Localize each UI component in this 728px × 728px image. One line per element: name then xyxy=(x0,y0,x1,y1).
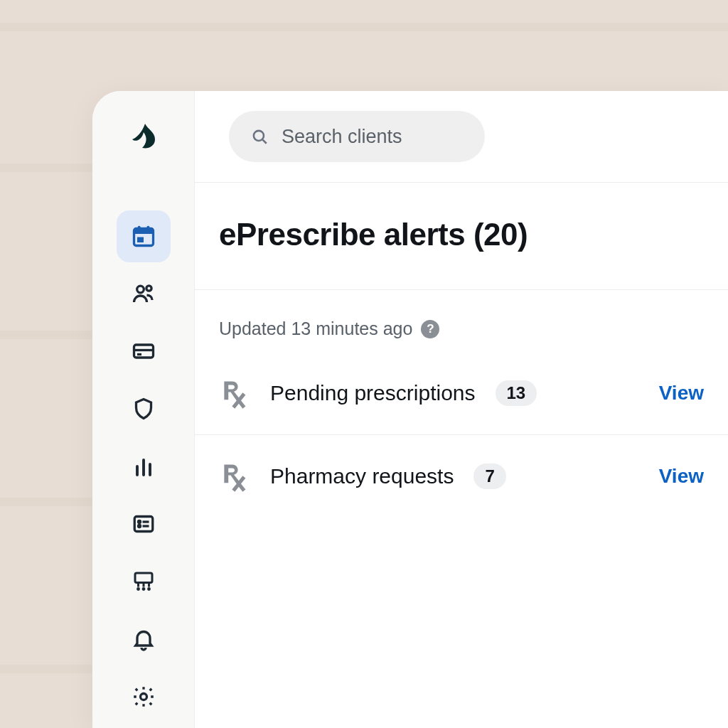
help-icon[interactable]: ? xyxy=(421,320,439,338)
count-badge: 13 xyxy=(496,380,537,406)
svg-rect-3 xyxy=(137,226,140,230)
nav-forms[interactable] xyxy=(117,498,171,550)
bell-icon xyxy=(131,626,156,652)
view-link[interactable]: View xyxy=(659,465,704,488)
rx-icon xyxy=(219,461,250,492)
svg-rect-4 xyxy=(146,226,149,230)
nav-notifications[interactable] xyxy=(117,613,171,665)
svg-point-20 xyxy=(141,587,145,591)
app-window: Search clients ePrescribe alerts (20) Up… xyxy=(92,91,728,728)
nav-security[interactable] xyxy=(117,383,171,435)
page-title-text: ePrescribe alerts (20) xyxy=(219,217,528,252)
svg-point-15 xyxy=(138,525,140,527)
svg-rect-13 xyxy=(134,516,153,531)
svg-point-6 xyxy=(146,286,151,291)
people-icon xyxy=(131,281,156,306)
gear-icon xyxy=(131,684,156,710)
alert-label: Pending prescriptions xyxy=(270,381,476,405)
topbar: Search clients xyxy=(195,91,728,183)
nav-analytics[interactable] xyxy=(117,441,171,493)
svg-point-25 xyxy=(140,693,146,700)
updated-row: Updated 13 minutes ago ? xyxy=(195,290,728,352)
search-icon xyxy=(250,127,269,146)
page-title: ePrescribe alerts (20) xyxy=(195,183,728,290)
alert-label: Pharmacy requests xyxy=(270,464,454,488)
svg-rect-18 xyxy=(135,573,152,583)
nav-clients[interactable] xyxy=(117,268,171,320)
count-badge: 7 xyxy=(473,464,505,489)
nav-calendar[interactable] xyxy=(117,210,171,262)
svg-point-5 xyxy=(136,287,144,294)
shield-icon xyxy=(131,396,156,422)
svg-point-21 xyxy=(147,587,151,591)
bars-icon xyxy=(131,454,156,479)
svg-rect-1 xyxy=(134,229,153,235)
svg-point-19 xyxy=(136,587,140,591)
app-logo xyxy=(127,119,161,154)
sidebar xyxy=(92,91,195,728)
view-link[interactable]: View xyxy=(659,382,704,405)
leaf-logo-icon xyxy=(127,119,161,154)
alert-row-pharmacy-requests: Pharmacy requests 7 View xyxy=(195,435,728,518)
updated-text: Updated 13 minutes ago xyxy=(219,318,412,339)
nav-team[interactable] xyxy=(117,555,171,607)
rx-icon xyxy=(219,378,250,409)
svg-point-26 xyxy=(254,131,264,141)
card-icon xyxy=(131,338,156,364)
nav-settings[interactable] xyxy=(117,670,171,722)
team-icon xyxy=(131,569,156,594)
svg-line-27 xyxy=(263,140,267,144)
alert-row-pending-prescriptions: Pending prescriptions 13 View xyxy=(195,352,728,435)
list-icon xyxy=(131,511,156,537)
search-input[interactable]: Search clients xyxy=(229,111,485,162)
nav-billing[interactable] xyxy=(117,326,171,378)
svg-point-14 xyxy=(138,520,140,523)
main-content: Search clients ePrescribe alerts (20) Up… xyxy=(195,91,728,728)
search-placeholder: Search clients xyxy=(282,126,402,148)
content: ePrescribe alerts (20) Updated 13 minute… xyxy=(195,183,728,518)
svg-rect-2 xyxy=(137,237,144,243)
calendar-icon xyxy=(131,223,156,249)
